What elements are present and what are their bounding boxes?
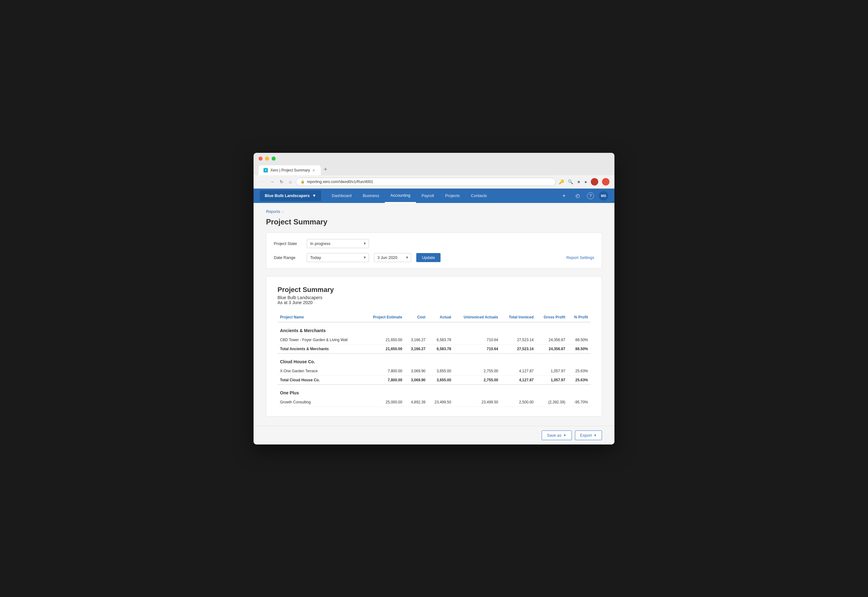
cell-cost: 3,166.27 bbox=[405, 336, 428, 345]
date-range-select[interactable]: Today This week This month This year Cus… bbox=[307, 253, 369, 262]
user-avatar[interactable]: MS bbox=[599, 191, 608, 200]
page-title: Project Summary bbox=[266, 218, 602, 226]
total-uninvoiced-cloudhouse: 2,755.00 bbox=[453, 376, 501, 385]
url-bar[interactable]: 🔒 reporting.xero.com/!dwxd0/v1/Run/4001 bbox=[296, 178, 555, 186]
cell-estimate: 7,800.00 bbox=[364, 367, 405, 376]
total-actual-ancients: 6,583.78 bbox=[428, 344, 454, 353]
date-range-label: Date Range bbox=[274, 255, 302, 260]
col-project-estimate: Project Estimate bbox=[364, 312, 405, 322]
key-icon[interactable]: 🔑 bbox=[559, 179, 564, 184]
table-row: X-One Garden Terrace 7,800.00 3,069.90 3… bbox=[277, 367, 591, 376]
browser-actions: 🔑 🔍 ★ ● bbox=[559, 178, 609, 186]
nav-items: Dashboard Business Accounting Payroll Pr… bbox=[326, 189, 560, 203]
cell-cost: 3,069.90 bbox=[405, 367, 428, 376]
cell-actual: 6,583.78 bbox=[428, 336, 454, 345]
project-state-label: Project State bbox=[274, 241, 302, 246]
org-dropdown[interactable]: Blue Bulb Landscapers ▼ bbox=[260, 190, 321, 201]
cell-uninvoiced: 710.64 bbox=[453, 336, 501, 345]
maximize-traffic-light[interactable] bbox=[272, 157, 276, 160]
date-value-select-wrapper: 3 Jun 2020 ▼ bbox=[374, 253, 411, 262]
report-org: Blue Bulb Landscapers bbox=[277, 295, 591, 300]
export-arrow: ▼ bbox=[594, 434, 597, 437]
app-nav: Blue Bulb Landscapers ▼ Dashboard Busine… bbox=[253, 189, 615, 203]
close-traffic-light[interactable] bbox=[259, 157, 262, 160]
update-button[interactable]: Update bbox=[416, 253, 440, 262]
notifications-button[interactable]: ◴ bbox=[573, 192, 582, 200]
profile-avatar[interactable] bbox=[591, 178, 598, 186]
report-title: Project Summary bbox=[277, 286, 591, 294]
page-content: Reports › Project Summary Project State … bbox=[253, 203, 615, 426]
col-pct-profit: % Profit bbox=[568, 312, 591, 322]
tab-close-button[interactable]: × bbox=[313, 168, 315, 173]
total-label-cloudhouse: Total Cloud House Co. bbox=[277, 376, 364, 385]
section-name-oneplus: One Plus bbox=[277, 385, 591, 398]
total-row-ancients: Total Ancients & Merchants 21,650.00 3,1… bbox=[277, 344, 591, 353]
export-label: Export bbox=[580, 433, 592, 438]
nav-dashboard[interactable]: Dashboard bbox=[326, 189, 357, 202]
filter-panel: Project State In progress Closed All ▼ D… bbox=[266, 233, 602, 269]
cell-actual: 23,499.50 bbox=[428, 398, 454, 407]
date-value-select[interactable]: 3 Jun 2020 bbox=[374, 253, 411, 262]
cell-pct-profit: 88.50% bbox=[568, 336, 591, 345]
cell-pct-profit: -95.70% bbox=[568, 398, 591, 407]
active-tab[interactable]: X Xero | Project Summary × bbox=[259, 165, 321, 175]
new-tab-button[interactable]: + bbox=[321, 164, 330, 175]
address-bar: ← → ↻ ⌂ 🔒 reporting.xero.com/!dwxd0/v1/R… bbox=[253, 175, 615, 189]
nav-projects[interactable]: Projects bbox=[440, 189, 465, 202]
url-text: reporting.xero.com/!dwxd0/v1/Run/4001 bbox=[307, 180, 373, 184]
cell-project-name: Growth Consulting bbox=[277, 398, 364, 407]
cell-project-name: X-One Garden Terrace bbox=[277, 367, 364, 376]
table-row: CBD Tower - Foyer Garden & Living Wall 2… bbox=[277, 336, 591, 345]
report-date: As at 3 June 2020 bbox=[277, 300, 591, 305]
nav-business[interactable]: Business bbox=[357, 189, 385, 202]
search-icon[interactable]: 🔍 bbox=[568, 179, 573, 184]
nav-contacts[interactable]: Contacts bbox=[465, 189, 492, 202]
nav-payroll[interactable]: Payroll bbox=[416, 189, 440, 202]
cell-actual: 3,655.00 bbox=[428, 367, 454, 376]
total-invoiced-cloudhouse: 4,127.87 bbox=[501, 376, 536, 385]
browser-profile-icon[interactable] bbox=[602, 178, 609, 186]
total-label-ancients: Total Ancients & Merchants bbox=[277, 344, 364, 353]
cell-pct-profit: 25.63% bbox=[568, 367, 591, 376]
report-container: Project Summary Blue Bulb Landscapers As… bbox=[266, 276, 602, 416]
total-gross-cloudhouse: 1,057.97 bbox=[536, 376, 568, 385]
cell-gross-profit: 1,057.97 bbox=[536, 367, 568, 376]
export-button[interactable]: Export ▼ bbox=[575, 431, 602, 440]
total-invoiced-ancients: 27,523.14 bbox=[501, 344, 536, 353]
section-header-cloudhouse: Cloud House Co. bbox=[277, 353, 591, 367]
tab-bar: X Xero | Project Summary × + bbox=[259, 164, 609, 175]
col-actual: Actual bbox=[428, 312, 454, 322]
save-as-label: Save as bbox=[547, 433, 561, 438]
home-button[interactable]: ⌂ bbox=[288, 178, 293, 186]
total-estimate-ancients: 21,650.00 bbox=[364, 344, 405, 353]
cell-uninvoiced: 23,499.50 bbox=[453, 398, 501, 407]
minimize-traffic-light[interactable] bbox=[265, 157, 269, 160]
forward-button[interactable]: → bbox=[268, 178, 276, 186]
help-button[interactable]: ? bbox=[587, 192, 594, 199]
col-gross-profit: Gross Profit bbox=[536, 312, 568, 322]
browser-titlebar: X Xero | Project Summary × + bbox=[253, 153, 615, 175]
cell-gross-profit: (2,392.39) bbox=[536, 398, 568, 407]
add-button[interactable]: + bbox=[560, 192, 569, 200]
nav-accounting[interactable]: Accounting bbox=[385, 189, 416, 203]
total-uninvoiced-ancients: 710.64 bbox=[453, 344, 501, 353]
total-row-cloudhouse: Total Cloud House Co. 7,800.00 3,069.90 … bbox=[277, 376, 591, 385]
org-dropdown-arrow: ▼ bbox=[312, 193, 316, 198]
refresh-button[interactable]: ↻ bbox=[278, 178, 285, 186]
extensions-icon[interactable]: ● bbox=[585, 179, 587, 184]
col-uninvoiced-actuals: Uninvoiced Actuals bbox=[453, 312, 501, 322]
back-button[interactable]: ← bbox=[259, 178, 265, 186]
tab-favicon: X bbox=[264, 168, 268, 172]
total-pct-cloudhouse: 25.63% bbox=[568, 376, 591, 385]
breadcrumb-reports[interactable]: Reports bbox=[266, 209, 280, 214]
save-as-button[interactable]: Save as ▼ bbox=[542, 431, 572, 440]
project-state-select[interactable]: In progress Closed All bbox=[307, 239, 369, 248]
bottom-bar: Save as ▼ Export ▼ bbox=[253, 426, 615, 444]
report-settings-link[interactable]: Report Settings bbox=[566, 255, 594, 260]
cell-estimate: 21,650.00 bbox=[364, 336, 405, 345]
star-icon[interactable]: ★ bbox=[577, 179, 581, 184]
breadcrumb[interactable]: Reports › bbox=[266, 209, 602, 214]
save-as-arrow: ▼ bbox=[563, 434, 567, 437]
breadcrumb-separator: › bbox=[282, 209, 283, 214]
lock-icon: 🔒 bbox=[301, 180, 305, 184]
